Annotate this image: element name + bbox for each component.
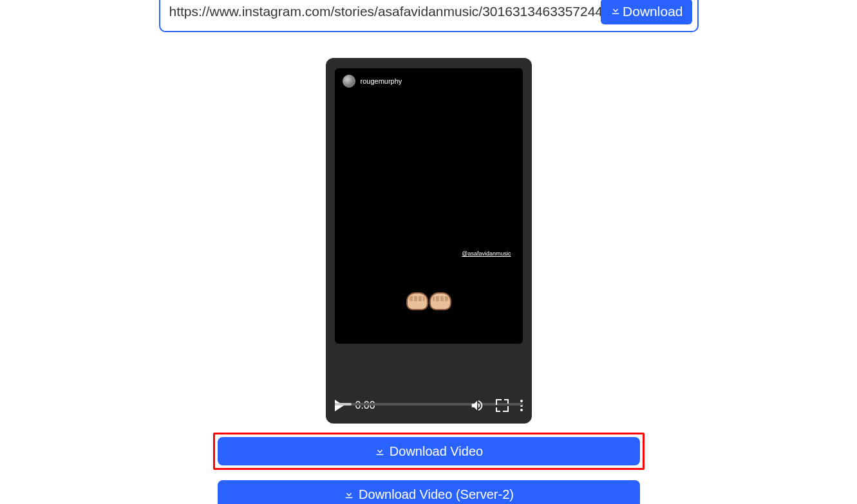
download-button-label: Download [623,4,683,19]
video-viewport: rougemurphy @asafavidanmusic [326,58,532,387]
download-icon [610,4,621,19]
download-video-label: Download Video [390,444,483,459]
play-icon[interactable] [335,400,344,411]
video-player[interactable]: rougemurphy @asafavidanmusic 0:00 [326,58,532,424]
video-time: 0:00 [355,400,375,411]
video-controls: 0:00 [326,387,532,424]
video-progress-bar[interactable] [335,403,523,406]
story-header: rougemurphy [335,68,523,94]
avatar [343,75,355,88]
download-video-button[interactable]: Download Video [218,437,640,465]
download-button-top[interactable]: Download [601,0,692,24]
fullscreen-icon[interactable] [496,399,509,412]
download-buttons-area: Download Video Download Video (Server-2) [213,433,645,504]
fist-bump-emoji [406,292,451,310]
story-frame: rougemurphy @asafavidanmusic [335,68,523,344]
url-bar: Download [159,0,699,32]
story-mention-tag: @asafavidanmusic [462,250,511,257]
download-video-server2-button[interactable]: Download Video (Server-2) [218,480,640,504]
download-icon [374,445,386,457]
download-video-server2-label: Download Video (Server-2) [359,487,514,502]
more-options-icon[interactable] [520,400,523,411]
volume-icon[interactable] [470,398,484,413]
video-progress-fill [335,403,352,406]
download-icon [343,489,355,500]
highlight-box: Download Video [213,433,645,470]
url-input[interactable] [169,4,601,19]
story-username: rougemurphy [361,77,402,85]
